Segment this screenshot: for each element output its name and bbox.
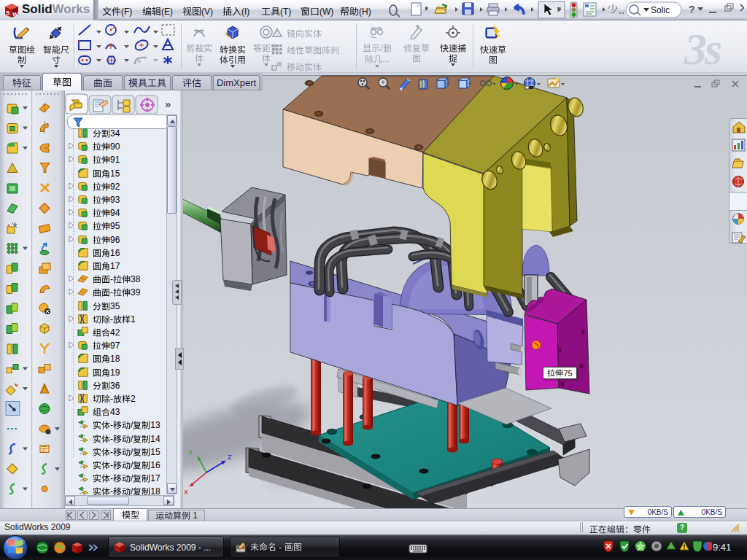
svg-text:Z: Z [228,454,232,461]
svg-text:Y: Y [188,449,193,456]
svg-text:?: ? [689,4,695,15]
svg-text:»: » [165,98,171,110]
svg-text:X: X [184,489,188,496]
svg-text:W: W [12,11,18,18]
svg-text:S: S [6,9,10,16]
svg-text:Solic: Solic [651,5,670,15]
